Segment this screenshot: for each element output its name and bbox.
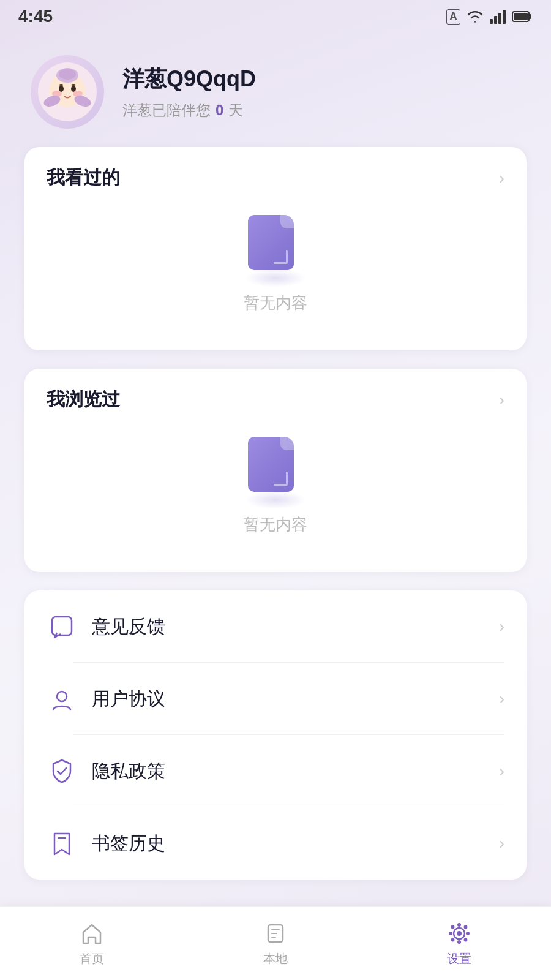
settings-label: 设置 — [447, 951, 471, 967]
bookmarks-icon — [47, 828, 77, 859]
bookmarks-chevron-icon: › — [499, 834, 504, 853]
subtitle-prefix: 洋葱已陪伴您 — [122, 100, 211, 120]
svg-rect-13 — [59, 84, 63, 86]
watched-chevron-icon[interactable]: › — [499, 168, 504, 188]
menu-item-feedback[interactable]: 意见反馈 › — [24, 590, 527, 663]
feedback-label: 意见反馈 — [92, 614, 484, 639]
subtitle-suffix: 天 — [228, 100, 243, 120]
menu-item-privacy[interactable]: 隐私政策 › — [24, 735, 527, 807]
nav-item-settings[interactable]: 设置 — [427, 914, 491, 973]
feedback-chevron-icon: › — [499, 617, 504, 636]
svg-point-29 — [451, 925, 455, 929]
svg-point-10 — [59, 69, 76, 80]
watched-card-header[interactable]: 我看过的 › — [47, 165, 504, 190]
svg-rect-19 — [52, 617, 72, 635]
svg-point-25 — [457, 923, 461, 927]
svg-rect-1 — [494, 16, 497, 24]
svg-point-32 — [464, 925, 468, 929]
privacy-label: 隐私政策 — [92, 759, 484, 784]
menu-item-bookmarks[interactable]: 书签历史 › — [24, 807, 527, 880]
home-icon — [78, 920, 105, 947]
privacy-icon — [47, 756, 77, 786]
status-bar: 4:45 A — [0, 0, 551, 31]
svg-point-27 — [449, 932, 452, 935]
feedback-icon — [47, 611, 77, 642]
svg-point-20 — [57, 692, 67, 701]
svg-rect-21 — [58, 837, 66, 839]
svg-point-24 — [457, 931, 462, 936]
agreement-chevron-icon: › — [499, 689, 504, 709]
status-icons: A — [446, 9, 533, 24]
browsed-card: 我浏览过 › 暂无内容 — [24, 369, 527, 572]
profile-days: 0 — [216, 102, 223, 119]
profile-info: 洋葱Q9QqqD 洋葱已陪伴您 0 天 — [122, 64, 256, 120]
browsed-empty-text: 暂无内容 — [244, 514, 307, 535]
menu-card: 意见反馈 › 用户协议 › 隐私政策 › — [24, 590, 527, 880]
svg-rect-14 — [72, 84, 75, 86]
browsed-chevron-icon[interactable]: › — [499, 390, 504, 410]
browsed-card-header[interactable]: 我浏览过 › — [47, 387, 504, 412]
privacy-chevron-icon: › — [499, 761, 504, 781]
watched-title: 我看过的 — [47, 165, 120, 190]
nav-item-home[interactable]: 首页 — [60, 914, 124, 973]
avatar-image — [34, 58, 101, 126]
svg-point-31 — [451, 938, 455, 942]
bookmarks-label: 书签历史 — [92, 831, 484, 856]
bottom-nav: 首页 本地 — [0, 907, 551, 980]
svg-rect-5 — [529, 14, 531, 19]
status-time: 4:45 — [18, 7, 53, 26]
svg-point-30 — [464, 938, 468, 942]
svg-rect-0 — [490, 19, 493, 24]
menu-item-agreement[interactable]: 用户协议 › — [24, 663, 527, 735]
browsed-empty-state: 暂无内容 — [47, 424, 504, 554]
local-label: 本地 — [263, 951, 288, 967]
keyboard-icon: A — [446, 9, 460, 24]
home-label: 首页 — [80, 951, 104, 967]
local-icon — [262, 920, 289, 947]
nav-item-local[interactable]: 本地 — [244, 914, 307, 973]
profile-section: 洋葱Q9QqqD 洋葱已陪伴您 0 天 — [0, 31, 551, 147]
watched-empty-state: 暂无内容 — [47, 203, 504, 332]
svg-point-12 — [71, 86, 76, 92]
svg-point-26 — [457, 940, 461, 944]
signal-icon — [490, 9, 507, 24]
svg-rect-2 — [498, 13, 501, 24]
svg-rect-6 — [514, 13, 528, 20]
svg-rect-3 — [503, 10, 506, 24]
agreement-icon — [47, 684, 77, 714]
watched-empty-icon — [248, 215, 303, 282]
watched-empty-text: 暂无内容 — [244, 292, 307, 314]
settings-icon — [446, 920, 473, 947]
profile-subtitle: 洋葱已陪伴您 0 天 — [122, 100, 256, 120]
browsed-title: 我浏览过 — [47, 387, 120, 412]
avatar — [31, 55, 104, 129]
battery-icon — [512, 10, 533, 23]
svg-point-11 — [59, 86, 64, 92]
profile-name: 洋葱Q9QqqD — [122, 64, 256, 94]
svg-point-28 — [466, 932, 470, 935]
watched-card: 我看过的 › 暂无内容 — [24, 147, 527, 350]
wifi-icon — [465, 9, 485, 24]
agreement-label: 用户协议 — [92, 687, 484, 712]
browsed-empty-icon — [248, 437, 303, 504]
